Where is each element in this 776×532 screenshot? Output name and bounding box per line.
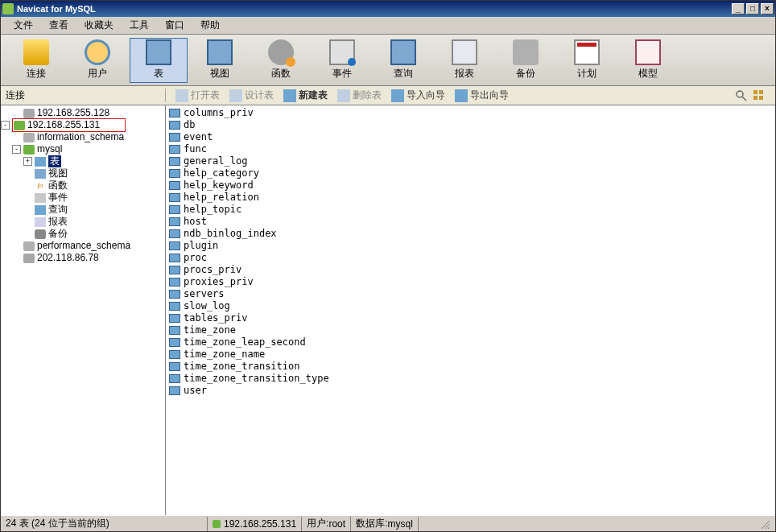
table-row[interactable]: help_category xyxy=(169,167,772,179)
maximize-button[interactable]: □ xyxy=(746,3,759,14)
function-icon xyxy=(268,39,294,65)
table-name: time_zone_name xyxy=(184,348,265,361)
menu-view[interactable]: 查看 xyxy=(41,17,76,34)
sub-toolbar: 连接 打开表 设计表 新建表 删除表 导入向导 导出向导 xyxy=(1,86,775,105)
table-list[interactable]: columns_privdbeventfuncgeneral_loghelp_c… xyxy=(166,105,775,515)
tree-functions[interactable]: 函数 xyxy=(1,179,165,192)
toolbar-model[interactable]: 模型 xyxy=(619,38,677,83)
toolbar-query[interactable]: 查询 xyxy=(374,38,432,83)
toolbar-event[interactable]: 事件 xyxy=(313,38,371,83)
table-row[interactable]: columns_priv xyxy=(169,107,772,119)
subbar-design-table[interactable]: 设计表 xyxy=(225,89,279,102)
table-row[interactable]: user xyxy=(169,385,772,397)
design-table-icon xyxy=(229,89,242,102)
table-row[interactable]: servers xyxy=(169,288,772,300)
tree-backups[interactable]: 备份 xyxy=(1,228,165,240)
table-row[interactable]: ndb_binlog_index xyxy=(169,228,772,240)
toolbar-connection[interactable]: 连接 xyxy=(7,38,65,83)
subbar-open-table[interactable]: 打开表 xyxy=(171,89,225,102)
backups-icon xyxy=(35,229,46,239)
table-name: time_zone_leap_second xyxy=(184,336,306,348)
toolbar-table[interactable]: 表 xyxy=(130,38,188,83)
subbar-delete-table[interactable]: 删除表 xyxy=(332,89,386,102)
subbar-new-table[interactable]: 新建表 xyxy=(279,89,332,102)
table-row[interactable]: time_zone xyxy=(169,324,772,336)
tree-database[interactable]: performance_schema xyxy=(1,240,165,252)
table-row[interactable]: help_keyword xyxy=(169,179,772,192)
expander-icon[interactable]: - xyxy=(12,145,21,154)
table-row[interactable]: time_zone_transition_type xyxy=(169,373,772,385)
tree-views[interactable]: 视图 xyxy=(1,167,165,179)
table-row[interactable]: time_zone_transition xyxy=(169,361,772,373)
toolbar-user[interactable]: 用户 xyxy=(68,38,126,83)
expander-icon[interactable]: - xyxy=(1,121,10,130)
svg-rect-2 xyxy=(753,90,757,94)
event-icon xyxy=(329,39,355,65)
table-row[interactable]: tables_priv xyxy=(169,312,772,324)
svg-point-0 xyxy=(737,91,743,97)
menu-tools[interactable]: 工具 xyxy=(122,17,157,34)
table-name: help_category xyxy=(184,167,259,179)
tree-queries[interactable]: 查询 xyxy=(1,204,165,216)
status-count: 24 表 (24 位于当前的组) xyxy=(1,517,208,531)
table-row[interactable]: func xyxy=(169,143,772,155)
table-name: columns_priv xyxy=(184,107,254,119)
table-row[interactable]: event xyxy=(169,131,772,143)
table-row[interactable]: help_topic xyxy=(169,204,772,216)
subbar-export[interactable]: 导出向导 xyxy=(450,89,514,102)
menu-file[interactable]: 文件 xyxy=(6,17,41,34)
expander-icon[interactable]: + xyxy=(23,157,32,166)
tree-events[interactable]: 事件 xyxy=(1,192,165,204)
model-icon xyxy=(635,39,661,65)
functions-icon xyxy=(35,181,46,191)
toolbar-backup[interactable]: 备份 xyxy=(497,38,555,83)
table-row[interactable]: general_log xyxy=(169,155,772,167)
toolbar-view[interactable]: 视图 xyxy=(191,38,249,83)
table-name: help_keyword xyxy=(184,179,254,192)
menu-window[interactable]: 窗口 xyxy=(157,17,192,34)
table-icon xyxy=(169,229,180,238)
table-row[interactable]: procs_priv xyxy=(169,264,772,276)
table-row[interactable]: host xyxy=(169,216,772,228)
table-row[interactable]: time_zone_name xyxy=(169,348,772,361)
table-icon xyxy=(169,241,180,250)
close-button[interactable]: × xyxy=(761,3,774,14)
connection-tree[interactable]: 192.168.255.128 -192.168.255.131 informa… xyxy=(1,105,166,515)
minimize-button[interactable]: _ xyxy=(732,3,745,14)
menu-favorites[interactable]: 收藏夹 xyxy=(76,17,122,34)
tree-reports[interactable]: 报表 xyxy=(1,216,165,228)
table-row[interactable]: plugin xyxy=(169,240,772,252)
toolbar-report[interactable]: 报表 xyxy=(435,38,493,83)
table-row[interactable]: help_relation xyxy=(169,192,772,204)
table-icon xyxy=(169,290,180,299)
tree-database[interactable]: information_schema xyxy=(1,131,165,143)
tree-tables[interactable]: +表 xyxy=(1,155,165,167)
reports-icon xyxy=(35,217,46,227)
table-icon xyxy=(169,193,180,202)
toolbar-plan[interactable]: 计划 xyxy=(558,38,616,83)
grid-view-icon[interactable] xyxy=(753,89,766,102)
table-row[interactable]: proc xyxy=(169,252,772,264)
database-icon xyxy=(23,241,35,251)
tree-connection[interactable]: 192.168.255.128 xyxy=(1,107,165,119)
menu-help[interactable]: 帮助 xyxy=(192,17,228,34)
connection-icon xyxy=(23,254,35,263)
table-row[interactable]: proxies_priv xyxy=(169,276,772,288)
connection-active-icon xyxy=(14,121,25,130)
main-toolbar: 连接 用户 表 视图 函数 事件 查询 报表 备份 计划 模型 xyxy=(1,35,775,86)
svg-rect-4 xyxy=(753,96,757,100)
subbar-import[interactable]: 导入向导 xyxy=(386,89,450,102)
toolbar-function[interactable]: 函数 xyxy=(252,38,310,83)
table-name: help_relation xyxy=(184,192,259,204)
tree-connection[interactable]: -192.168.255.131 xyxy=(1,119,165,131)
resize-grip[interactable] xyxy=(754,517,775,531)
search-icon[interactable] xyxy=(735,89,748,102)
table-icon xyxy=(169,121,180,130)
table-row[interactable]: time_zone_leap_second xyxy=(169,336,772,348)
events-icon xyxy=(35,193,46,203)
open-table-icon xyxy=(175,89,188,102)
table-row[interactable]: slow_log xyxy=(169,300,772,312)
table-row[interactable]: db xyxy=(169,119,772,131)
tree-database[interactable]: -mysql xyxy=(1,143,165,155)
tree-connection[interactable]: 202.118.86.78 xyxy=(1,252,165,264)
